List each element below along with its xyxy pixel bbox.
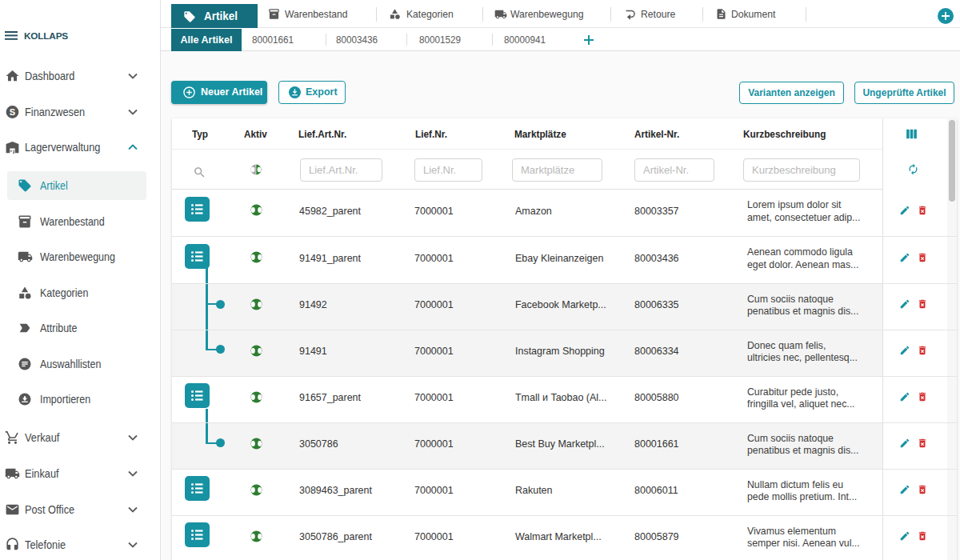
svg-text:S: S xyxy=(10,107,15,117)
